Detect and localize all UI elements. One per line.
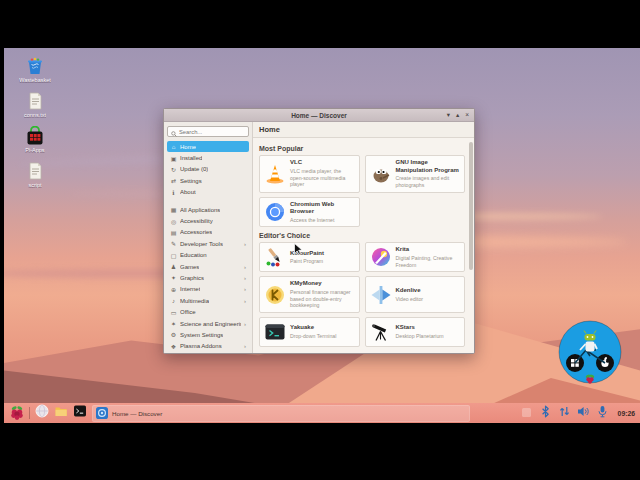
status-dim-icon — [521, 404, 532, 422]
sidebar-item-label: Education — [180, 252, 207, 258]
system-tray — [521, 407, 609, 420]
app-card-text: GNU Image Manipulation ProgramCreate ima… — [396, 159, 461, 189]
developer-icon: ✎ — [170, 240, 177, 247]
web-browser-launcher[interactable] — [34, 405, 50, 421]
app-card-text: KritaDigital Painting, Creative Freedom — [396, 246, 461, 268]
sidebar-item-installed[interactable]: ▣Installed — [167, 152, 249, 163]
category-item-science-and-engineering[interactable]: ✶Science and Engineering› — [167, 318, 249, 329]
category-item-education[interactable]: ▢Education — [167, 250, 249, 261]
scrollbar-thumb[interactable] — [469, 142, 473, 270]
channel-logo — [556, 320, 624, 388]
sidebar-item-label: Multimedia — [180, 298, 209, 304]
education-icon: ▢ — [170, 252, 177, 259]
microphone-tray-item[interactable] — [597, 407, 609, 420]
minimize-button[interactable]: ▾ — [447, 112, 450, 119]
sidebar-item-label: Installed — [180, 155, 202, 161]
category-item-developer-tools[interactable]: ✎Developer Tools› — [167, 238, 249, 249]
search-input[interactable] — [179, 129, 245, 135]
category-item-accessories[interactable]: ▤Accessories — [167, 227, 249, 238]
app-card-yakuake[interactable]: YakuakeDrop-down Terminal — [259, 317, 360, 347]
desktop-icon-script[interactable]: script — [12, 161, 58, 188]
category-item-accessibility[interactable]: ◎Accessibility — [167, 215, 249, 226]
office-icon: ▭ — [170, 309, 177, 316]
sidebar-item-label: Graphics — [180, 275, 204, 281]
category-item-all-applications[interactable]: ▦All Applications — [167, 204, 249, 215]
network-traffic-tray-item[interactable] — [559, 407, 571, 420]
kolourpaint-icon — [264, 246, 286, 268]
app-description: Access the Internet — [290, 217, 355, 224]
status-dim-tray-item[interactable] — [521, 407, 533, 420]
chevron-right-icon: › — [244, 298, 246, 304]
sidebar-item-label: Games — [180, 264, 199, 270]
app-description: VLC media player, the open-source multim… — [290, 168, 355, 188]
sidebar-item-settings[interactable]: ⇄Settings — [167, 175, 249, 186]
chromium-icon — [264, 201, 286, 223]
app-card-text: KdenliveVideo editor — [396, 287, 424, 302]
search-box[interactable] — [167, 126, 249, 137]
quick-launch-area — [34, 405, 88, 421]
home-icon: ⌂ — [170, 144, 177, 150]
task-button-home-discover[interactable]: Home — Discover — [92, 405, 470, 422]
category-item-multimedia[interactable]: ♪Multimedia› — [167, 295, 249, 306]
sidebar-item-label: Accessories — [180, 229, 212, 235]
terminal-icon — [73, 404, 87, 422]
desktop-icon-conns-txt[interactable]: conns.txt — [12, 91, 58, 118]
vlc-icon — [264, 163, 286, 185]
maximize-button[interactable]: ▴ — [456, 112, 459, 119]
app-card-text: KMyMoneyPersonal finance manager based o… — [290, 280, 355, 309]
science-icon: ✶ — [170, 320, 177, 327]
installed-icon: ▣ — [170, 155, 177, 162]
category-item-system-settings[interactable]: ⚙System Settings — [167, 329, 249, 340]
app-card-vlc[interactable]: VLCVLC media player, the open-source mul… — [259, 155, 360, 193]
sidebar-item-update-0[interactable]: ↻Update (0) — [167, 164, 249, 175]
sidebar-item-about[interactable]: ℹAbout — [167, 187, 249, 198]
app-name: GNU Image Manipulation Program — [396, 159, 461, 174]
category-item-plasma-addons[interactable]: ❖Plasma Addons› — [167, 341, 249, 352]
app-card-kolourpaint[interactable]: KolourPaintPaint Program — [259, 242, 360, 272]
desktop-icon-wastebasket[interactable]: Wastebasket — [12, 56, 58, 83]
app-card-krita[interactable]: KritaDigital Painting, Creative Freedom — [365, 242, 466, 272]
desktop-icon-pi-apps[interactable]: Pi-Apps — [12, 126, 58, 153]
bluetooth-tray-item[interactable] — [540, 407, 552, 420]
sidebar-item-label: About — [180, 189, 196, 195]
category-item-graphics[interactable]: ✦Graphics› — [167, 272, 249, 283]
app-card-grid: KolourPaintPaint Program KritaDigital Pa… — [259, 242, 465, 347]
app-card-text: VLCVLC media player, the open-source mul… — [290, 159, 355, 188]
app-card-kstars[interactable]: KStarsDesktop Planetarium — [365, 317, 466, 347]
plasma-addons-icon: ❖ — [170, 343, 177, 350]
chevron-right-icon: › — [244, 343, 246, 349]
screen: Wastebasket conns.txt Pi-Apps script Hom… — [0, 0, 640, 480]
app-name: Chromium Web Browser — [290, 201, 355, 216]
category-item-games[interactable]: ♟Games› — [167, 261, 249, 272]
terminal-launcher[interactable] — [72, 405, 88, 421]
volume-tray-item[interactable] — [578, 407, 590, 420]
kstars-icon — [370, 321, 392, 343]
settings-icon: ⇄ — [170, 177, 177, 184]
sidebar-item-home[interactable]: ⌂Home — [167, 141, 249, 152]
app-card-chromium-web-browser[interactable]: Chromium Web BrowserAccess the Internet — [259, 197, 360, 228]
sidebar-item-label: Home — [180, 144, 196, 150]
app-launcher-button[interactable] — [9, 405, 25, 421]
app-card-gnu-image-manipulation-program[interactable]: GNU Image Manipulation ProgramCreate ima… — [365, 155, 466, 193]
app-card-grid: VLCVLC media player, the open-source mul… — [259, 155, 465, 227]
close-button[interactable]: × — [465, 112, 469, 119]
discover-window: Home — Discover ▾ ▴ × ⌂Home▣Installed↻Up… — [163, 108, 475, 354]
category-item-internet[interactable]: ⊕Internet› — [167, 284, 249, 295]
text-file-icon — [25, 161, 45, 181]
app-card-kmymoney[interactable]: KMyMoneyPersonal finance manager based o… — [259, 276, 360, 313]
app-list-content: Most Popular VLCVLC media player, the op… — [253, 138, 474, 353]
clock[interactable]: 09:26 — [618, 410, 635, 417]
microphone-icon — [597, 404, 608, 422]
system-settings-icon: ⚙ — [170, 331, 177, 338]
sidebar-item-label: Plasma Addons — [180, 343, 222, 349]
sidebar-item-label: Accessibility — [180, 218, 213, 224]
file-manager-launcher[interactable] — [53, 405, 69, 421]
graphics-icon: ✦ — [170, 274, 177, 281]
window-titlebar[interactable]: Home — Discover ▾ ▴ × — [164, 109, 474, 122]
desktop-icon-label: Pi-Apps — [25, 147, 44, 153]
category-item-office[interactable]: ▭Office — [167, 306, 249, 317]
app-card-kdenlive[interactable]: KdenliveVideo editor — [365, 276, 466, 313]
section-heading: Editor's Choice — [259, 232, 465, 239]
sidebar-item-label: Internet — [180, 286, 200, 292]
krita-icon — [370, 246, 392, 268]
